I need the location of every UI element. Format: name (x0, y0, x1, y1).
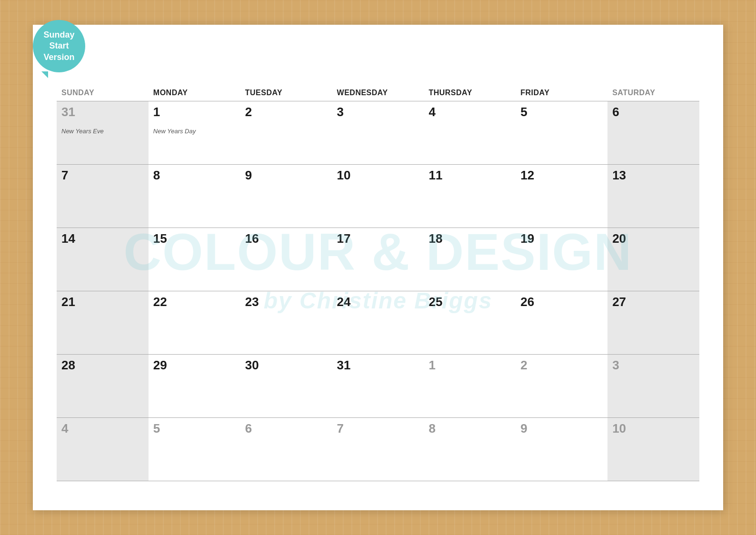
day-number: 22 (153, 295, 167, 309)
calendar-cell: 24 (332, 291, 424, 355)
calendar-cell: 18 (424, 228, 516, 291)
calendar-cell: 4 (424, 101, 516, 165)
calendar-cell: 22 (149, 291, 240, 355)
calendar-cell: 27 (607, 291, 699, 355)
day-number: 19 (520, 231, 534, 246)
calendar-cell: 16 (240, 228, 332, 291)
day-headers-row: SUNDAYMONDAYTUESDAYWEDNESDAYTHURSDAYFRID… (57, 86, 699, 101)
calendar-cell: 10 (607, 418, 699, 481)
day-number: 30 (245, 358, 259, 372)
calendar-cell: 4 (57, 418, 149, 481)
calendar-cell: 11 (424, 165, 516, 228)
holiday-label: New Years Day (153, 128, 236, 135)
calendar-cell: 1New Years Day (149, 101, 240, 165)
day-number: 1 (153, 105, 160, 119)
calendar-grid: 31New Years Eve1New Years Day23456789101… (57, 101, 699, 481)
day-number: 28 (61, 358, 75, 372)
calendar-cell: 7 (57, 165, 149, 228)
day-number: 13 (612, 168, 626, 182)
calendar-cell: 19 (516, 228, 607, 291)
day-header-thursday: THURSDAY (424, 86, 516, 101)
calendar-cell: 6 (240, 418, 332, 481)
day-number: 4 (428, 105, 435, 119)
day-number: 14 (61, 231, 75, 246)
day-number: 4 (61, 421, 68, 436)
calendar-cell: 23 (240, 291, 332, 355)
calendar-header (57, 40, 699, 77)
day-number: 16 (245, 231, 259, 246)
day-number: 11 (428, 168, 442, 182)
day-number: 9 (520, 421, 527, 436)
day-number: 20 (612, 231, 626, 246)
day-number: 26 (520, 295, 534, 309)
day-number: 18 (428, 231, 442, 246)
calendar-cell: 26 (516, 291, 607, 355)
day-number: 25 (428, 295, 442, 309)
day-number: 5 (153, 421, 160, 436)
day-header-tuesday: TUESDAY (240, 86, 332, 101)
calendar-cell: 29 (149, 355, 240, 418)
calendar-cell: 28 (57, 355, 149, 418)
calendar-cell: 31 (332, 355, 424, 418)
day-header-saturday: SATURDAY (607, 86, 699, 101)
calendar-cell: 31New Years Eve (57, 101, 149, 165)
calendar-cell: 30 (240, 355, 332, 418)
day-number: 6 (245, 421, 252, 436)
calendar-cell: 6 (607, 101, 699, 165)
day-number: 3 (337, 105, 344, 119)
day-number: 31 (337, 358, 351, 372)
calendar-cell: 9 (240, 165, 332, 228)
day-number: 27 (612, 295, 626, 309)
calendar-cell: 3 (332, 101, 424, 165)
calendar-cell: 25 (424, 291, 516, 355)
calendar-cell: 14 (57, 228, 149, 291)
day-number: 5 (520, 105, 527, 119)
calendar-cell: 15 (149, 228, 240, 291)
day-header-wednesday: WEDNESDAY (332, 86, 424, 101)
calendar-cell: 8 (424, 418, 516, 481)
calendar-cell: 3 (607, 355, 699, 418)
day-number: 10 (612, 421, 626, 436)
calendar-cell: 10 (332, 165, 424, 228)
holiday-label: New Years Eve (61, 128, 144, 135)
day-number: 12 (520, 168, 534, 182)
day-number: 21 (61, 295, 75, 309)
calendar-cell: 8 (149, 165, 240, 228)
calendar-cell: 13 (607, 165, 699, 228)
calendar-cell: 21 (57, 291, 149, 355)
calendar-cell: 12 (516, 165, 607, 228)
calendar-cell: 2 (516, 355, 607, 418)
day-number: 24 (337, 295, 351, 309)
day-number: 3 (612, 358, 619, 372)
day-number: 1 (428, 358, 435, 372)
day-number: 23 (245, 295, 259, 309)
calendar-cell: 17 (332, 228, 424, 291)
calendar-page: COLOUR & DESIGN by Christine Briggs Sund… (33, 25, 723, 510)
calendar-cell: 5 (149, 418, 240, 481)
calendar-cell: 7 (332, 418, 424, 481)
calendar-cell: 9 (516, 418, 607, 481)
calendar-cell: 5 (516, 101, 607, 165)
day-number: 2 (520, 358, 527, 372)
day-number: 17 (337, 231, 351, 246)
day-number: 31 (61, 105, 75, 119)
day-number: 29 (153, 358, 167, 372)
day-number: 2 (245, 105, 252, 119)
day-number: 15 (153, 231, 167, 246)
day-header-sunday: SUNDAY (57, 86, 149, 101)
calendar-cell: 1 (424, 355, 516, 418)
calendar-cell: 2 (240, 101, 332, 165)
day-number: 9 (245, 168, 252, 182)
day-number: 10 (337, 168, 351, 182)
day-number: 6 (612, 105, 619, 119)
calendar-cell: 20 (607, 228, 699, 291)
day-number: 7 (61, 168, 68, 182)
day-number: 8 (153, 168, 160, 182)
day-number: 7 (337, 421, 344, 436)
day-number: 8 (428, 421, 435, 436)
day-header-friday: FRIDAY (516, 86, 607, 101)
day-header-monday: MONDAY (149, 86, 240, 101)
